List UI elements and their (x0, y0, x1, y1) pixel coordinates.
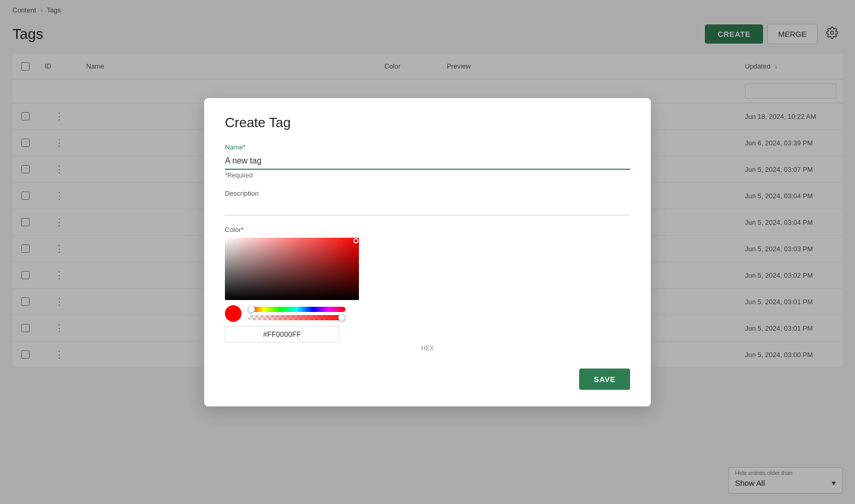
color-picker: HEX (225, 238, 630, 352)
create-tag-modal: Create Tag Name* *Required Description C… (204, 98, 651, 406)
hex-input-wrap: HEX (225, 326, 630, 352)
description-field-group: Description (225, 189, 630, 215)
color-gradient-canvas[interactable] (225, 238, 359, 300)
color-preview (225, 305, 242, 322)
description-label: Description (225, 189, 630, 197)
description-input[interactable] (225, 199, 630, 215)
name-label: Name* (225, 143, 630, 151)
gradient-cursor[interactable] (353, 238, 358, 243)
required-hint: *Required (225, 172, 630, 179)
modal-overlay[interactable]: Create Tag Name* *Required Description C… (0, 0, 855, 504)
sliders-area (248, 307, 630, 320)
modal-title: Create Tag (225, 115, 630, 131)
modal-footer: SAVE (225, 369, 630, 390)
name-field-group: Name* *Required (225, 143, 630, 179)
alpha-slider[interactable] (248, 315, 345, 320)
hue-slider[interactable] (248, 307, 345, 312)
hex-input[interactable] (225, 326, 339, 343)
save-button[interactable]: SAVE (579, 369, 630, 390)
color-section: Color* (225, 226, 630, 352)
name-input[interactable] (225, 153, 630, 170)
color-label: Color* (225, 226, 630, 234)
color-controls (225, 305, 630, 322)
hex-label: HEX (225, 345, 630, 352)
